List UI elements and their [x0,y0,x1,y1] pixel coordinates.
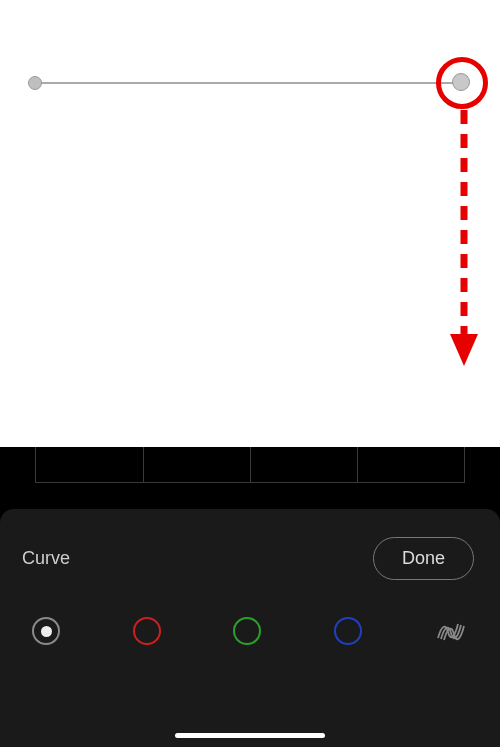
wave-icon [435,615,467,647]
panel-title: Curve [22,548,70,569]
done-button[interactable]: Done [373,537,474,580]
annotation-arrow [457,110,471,370]
curve-controls-panel: Curve Done [0,509,500,747]
curve-editor-canvas[interactable] [0,0,500,447]
curve-handle-shadows[interactable] [28,76,42,90]
curve-handle-highlights[interactable] [452,73,470,91]
home-indicator[interactable] [175,733,325,738]
red-channel-button[interactable] [133,617,161,645]
tone-curve-line [35,82,460,84]
bottom-panel: Curve Done [0,447,500,747]
green-channel-button[interactable] [233,617,261,645]
active-indicator-icon [41,626,52,637]
histogram-grid [35,447,465,483]
svg-marker-1 [450,334,478,366]
panel-header: Curve Done [0,509,500,580]
blue-channel-button[interactable] [334,617,362,645]
parametric-curve-button[interactable] [434,614,468,648]
channel-selector-row [0,614,500,648]
luminance-channel-button[interactable] [32,617,60,645]
